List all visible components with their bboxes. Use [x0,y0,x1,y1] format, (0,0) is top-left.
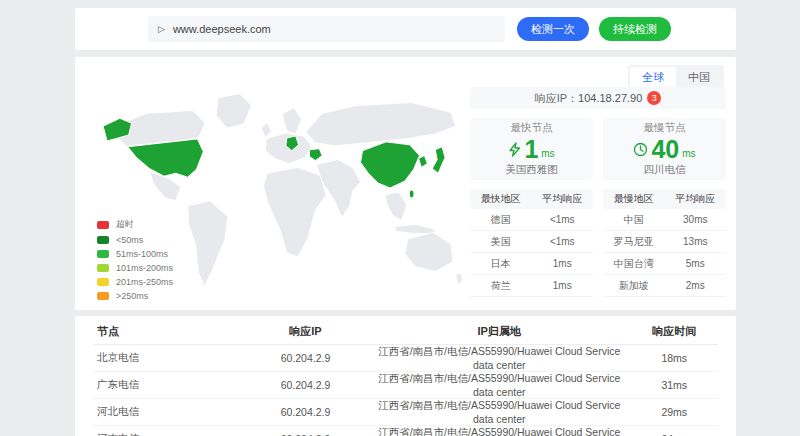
mini-table-cell: 5ms [665,258,727,269]
location-cell: 江西省/南昌市/电信/AS55990/Huawei Cloud Service … [368,398,631,425]
region-new-zealand [456,273,463,286]
legend-item: <50ms [97,235,173,245]
continuous-check-button[interactable]: 持续检测 [599,17,671,41]
mini-table-cell: 美国 [470,235,532,249]
check-once-button[interactable]: 检测一次 [517,17,589,41]
mini-table-header: 平均响应 [532,192,594,206]
node-table-header: IP归属地 [368,320,631,344]
node-table-header: 响应IP [243,320,368,344]
fastest-node-value: 1 [524,137,538,162]
node-cell: 北京电信 [93,344,243,371]
legend-label: <50ms [116,235,143,245]
response-ip-label: 响应IP： [535,91,578,106]
mini-table-cell: 罗马尼亚 [603,235,665,249]
ip-cell: 60.204.2.9 [243,371,368,398]
legend-swatch [97,278,109,286]
region-scandinavia [282,107,302,134]
fastest-regions-table: 最快地区平均响应德国<1ms美国<1ms日本1ms荷兰1ms [470,189,593,297]
legend-label: 超时 [116,218,134,231]
mini-table-cell: <1ms [532,214,594,225]
mini-table-cell: 德国 [470,213,532,227]
table-row: 北京电信60.204.2.9江西省/南昌市/电信/AS55990/Huawei … [93,344,718,371]
node-table-header-row: 节点响应IPIP归属地响应时间 [93,320,718,344]
time-cell: 18ms [631,344,719,371]
mini-table-cell: <1ms [532,236,594,247]
slowest-node-value: 40 [651,137,679,162]
mini-table-cell: 荷兰 [470,279,532,293]
time-cell: 31ms [631,371,719,398]
country-romania [309,149,322,161]
country-japan [432,147,445,174]
node-table-header: 节点 [93,320,243,344]
node-cell: 广东电信 [93,371,243,398]
clock-icon [633,142,648,157]
region-russia [306,103,456,146]
search-bar: ▷ www.deepseek.com 检测一次 持续检测 [75,8,736,50]
ip-count-badge[interactable]: 3 [647,91,661,105]
node-table-card: 节点响应IPIP归属地响应时间 北京电信60.204.2.9江西省/南昌市/电信… [75,316,736,436]
legend-swatch [97,221,109,229]
region-uk [261,122,271,138]
response-ip-value: 104.18.27.90 [578,92,642,104]
play-icon: ▷ [158,24,165,34]
node-cell: 河北电信 [93,398,243,425]
tab-global[interactable]: 全球 [630,67,676,88]
legend-label: >250ms [116,291,148,301]
country-china [361,142,420,188]
time-cell: 24ms [631,425,719,436]
mini-table-row: 中国台湾5ms [603,253,726,275]
mini-table-header-row: 最快地区平均响应 [470,189,593,209]
mini-table-header-row: 最慢地区平均响应 [603,189,726,209]
mini-table-cell: 1ms [532,280,594,291]
legend-label: 101ms-200ms [116,263,173,273]
legend-label: 201ms-250ms [116,277,173,287]
page: ▷ www.deepseek.com 检测一次 持续检测 全球 中国 [0,8,800,436]
bolt-icon [508,142,521,157]
node-table: 节点响应IPIP归属地响应时间 北京电信60.204.2.9江西省/南昌市/电信… [93,320,718,436]
mini-table-cell: 中国台湾 [603,257,665,271]
mini-table-cell: 日本 [470,257,532,271]
region-south-america [188,201,228,286]
summary-panel: 响应IP： 104.18.27.90 3 最快节点 1 ms 美国西雅图 [470,87,726,297]
mini-table-row: 新加坡2ms [603,275,726,297]
mini-table-cell: 1ms [532,258,594,269]
legend-swatch [97,292,109,300]
fastest-node-name: 美国西雅图 [505,163,558,177]
mini-table-row: 中国30ms [603,209,726,231]
mini-table-cell: 30ms [665,214,727,225]
response-ip-bar: 响应IP： 104.18.27.90 3 [470,87,726,109]
region-africa [263,167,326,256]
mini-table-header: 最快地区 [470,192,532,206]
slowest-node-title: 最慢节点 [644,121,686,135]
slowest-node-card: 最慢节点 40 ms 四川电信 [603,118,726,180]
mini-table-header: 最慢地区 [603,192,665,206]
ip-cell: 60.204.2.9 [243,398,368,425]
fastest-node-unit: ms [541,148,554,159]
time-cell: 29ms [631,398,719,425]
mini-table-cell: 2ms [665,280,727,291]
tab-china[interactable]: 中国 [676,67,722,88]
mini-table-cell: 中国 [603,213,665,227]
legend-label: 51ms-100ms [116,249,168,259]
slowest-regions-table: 最慢地区平均响应中国30ms罗马尼亚13ms中国台湾5ms新加坡2ms [603,189,726,297]
mini-table-row: 日本1ms [470,253,593,275]
slowest-node-unit: ms [682,148,695,159]
map-legend: 超时<50ms51ms-100ms101ms-200ms201ms-250ms>… [97,214,173,301]
world-map: 超时<50ms51ms-100ms101ms-200ms201ms-250ms>… [87,77,469,303]
fastest-node-card: 最快节点 1 ms 美国西雅图 [470,118,593,180]
mini-table-row: 罗马尼亚13ms [603,231,726,253]
legend-swatch [97,264,109,272]
url-input[interactable]: ▷ www.deepseek.com [148,16,505,42]
mini-table-cell: 13ms [665,236,727,247]
country-taiwan [409,190,414,198]
node-table-header: 响应时间 [631,320,719,344]
ip-cell: 60.204.2.9 [243,425,368,436]
table-row: 河北电信60.204.2.9江西省/南昌市/电信/AS55990/Huawei … [93,398,718,425]
region-indonesia [395,224,435,234]
region-se-asia [385,192,407,220]
legend-swatch [97,236,109,244]
location-cell: 江西省/南昌市/电信/AS55990/Huawei Cloud Service … [368,344,631,371]
ip-cell: 60.204.2.9 [243,344,368,371]
table-row: 河南电信60.204.2.9江西省/南昌市/电信/AS55990/Huawei … [93,425,718,436]
mini-table-row: 德国<1ms [470,209,593,231]
